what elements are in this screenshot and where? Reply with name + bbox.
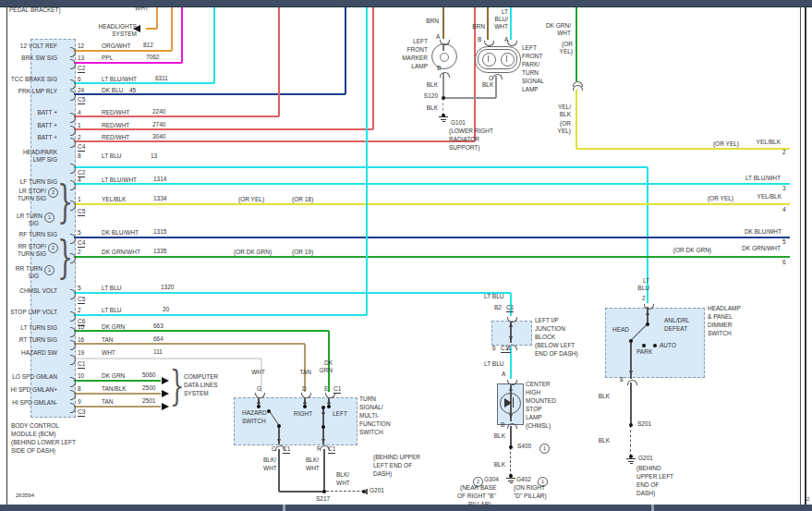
label-anl-drl: ANL/DRL (664, 318, 689, 324)
label-8: 8 (620, 377, 624, 383)
label-1335: 1335 (153, 249, 166, 255)
ppl-7062-wire-seg (181, 0, 183, 63)
label-turn-sig: TURN SIG (18, 251, 46, 258)
dimmer-gnd-dash-wire-seg (630, 425, 631, 456)
label-b: B (437, 66, 441, 72)
label-turn: TURN (522, 70, 539, 77)
junction-dot (509, 445, 513, 449)
label-batt-: BATT + (37, 110, 57, 116)
label-c5: C5 (78, 209, 85, 216)
label-red-wht: RED/WHT (102, 110, 129, 116)
label-dash-: DASH) (636, 491, 655, 497)
label-20: 20 (163, 307, 169, 313)
chmsl-gnd-wire-seg (510, 426, 511, 447)
label-computer: COMPUTER (184, 374, 218, 381)
label-support-: SUPPORT) (449, 145, 479, 152)
label-turn: TURN (359, 396, 376, 403)
label--d-pillar-: "D" PILLAR) (514, 493, 547, 500)
label-yel-: YEL/ (558, 104, 571, 111)
red-wht-2240-wire-seg (278, 0, 280, 116)
label-2: 2 (48, 188, 58, 198)
gmlan-hi-plus-arrow-icon (162, 390, 169, 397)
label-switch: SWITCH (242, 419, 266, 425)
label-lr-stop-: LR STOP/ (18, 189, 46, 195)
label-wht: WHT (336, 481, 350, 487)
label-1: 1 (78, 123, 81, 129)
label-left-end-of: LEFT END OF (373, 463, 412, 469)
label-rt-turn-sig: RT TURN SIG (19, 337, 57, 344)
label-data-lines: DATA LINES (184, 383, 218, 389)
label-3: 3 (782, 186, 786, 192)
label-yel-blk: YEL/BLK (757, 194, 782, 201)
label--or: (OR (562, 42, 573, 48)
label--or-dk-grn-: (OR DK GRN) (673, 248, 711, 254)
label-radiator: RADIATOR (449, 137, 479, 143)
label-263594: 263594 (16, 493, 34, 498)
label-rf-turn-sig: RF TURN SIG (19, 232, 57, 238)
pin-arc (440, 72, 450, 78)
label-b: B (478, 37, 481, 43)
label-dk-grn-: DK GRN/ (546, 23, 571, 30)
label-multi-: MULTI- (359, 413, 379, 420)
label-c4: C4 (78, 240, 85, 248)
label-13: 13 (78, 55, 84, 62)
label-8: 8 (78, 386, 81, 393)
label-wht: WHT (263, 466, 277, 472)
label-s400: S400 (517, 444, 531, 450)
label--or-yel-: (OR YEL) (708, 196, 733, 202)
yel-blk-1334-wire-seg (74, 203, 790, 205)
label-g201: G201 (370, 488, 384, 494)
label-663: 663 (153, 323, 164, 330)
switch-c-blkwht-wire-seg (278, 449, 279, 492)
park-turn-bulb-filament (488, 55, 489, 62)
red-wht-3040-wire-seg (474, 0, 476, 141)
label-brn: BRN (426, 18, 439, 25)
label-lf-turn-sig: LF TURN SIG (20, 179, 57, 186)
label--or-19-: (OR 19) (292, 249, 313, 256)
label-dk-blu-wht: DK BLU/WHT (745, 229, 782, 236)
lt-blu-1320-wire-seg (74, 292, 511, 294)
label-dimmer: DIMMER (708, 322, 732, 329)
junction-dot (327, 405, 331, 408)
label-16: 16 (78, 337, 84, 344)
label-wht: WHT (306, 466, 320, 472)
label-junction: JUNCTION (535, 326, 565, 333)
label-c5: C5 (78, 297, 85, 304)
label-g304: G304 (484, 477, 499, 483)
label-blk: BLK (494, 462, 505, 468)
marker-lamp-stem-icon (442, 45, 443, 51)
g201-tick-seg (366, 489, 367, 494)
label-stop: STOP (526, 407, 542, 413)
label-of-right-b-: OF RIGHT "B" (457, 493, 496, 500)
label-5: 5 (782, 239, 786, 246)
label-headlamp: HEADLAMP (708, 306, 741, 312)
label-chmsl-volt: CHMSL VOLT (19, 288, 57, 295)
lt-blu-wht-1314-wire-seg (74, 183, 790, 185)
flow-arrow-icon (646, 310, 649, 315)
label-812: 812 (143, 43, 153, 49)
label-switch: SWITCH (708, 331, 732, 337)
label-left: LEFT (522, 45, 537, 52)
park-lamp-brn-wire-seg (487, 6, 489, 40)
label-c2: C2 (78, 66, 85, 73)
yel-blk-edge2-wire-seg (576, 148, 790, 150)
flow-arrow-icon (277, 439, 281, 444)
label-stop-lmp-volt: STOP LMP VOLT (10, 310, 57, 316)
junction-dot (653, 344, 657, 347)
label-lt-turn-sig: LT TURN SIG (20, 325, 57, 332)
label-13: 13 (151, 153, 157, 160)
label-blk: BLK (494, 433, 505, 440)
label--or-dk-grn-: (OR DK GRN) (234, 249, 272, 256)
label-dk-grn: DK GRN (102, 373, 125, 380)
label--lower-right: (LOWER RIGHT (449, 128, 493, 135)
label-1: 1 (539, 444, 550, 454)
headlamp-dimmer-switch-box (605, 308, 705, 378)
computer-data-lines-brace: } (170, 366, 184, 407)
label-1: 1 (44, 265, 55, 275)
lt-blu-wht-6311-wire-seg (213, 0, 215, 83)
flow-arrow-icon (629, 371, 633, 375)
lt-blu-20-wire-seg (74, 314, 367, 316)
junction-dot (629, 339, 633, 343)
junction-dot (267, 409, 271, 413)
tan-2501-wire-seg (74, 406, 161, 408)
